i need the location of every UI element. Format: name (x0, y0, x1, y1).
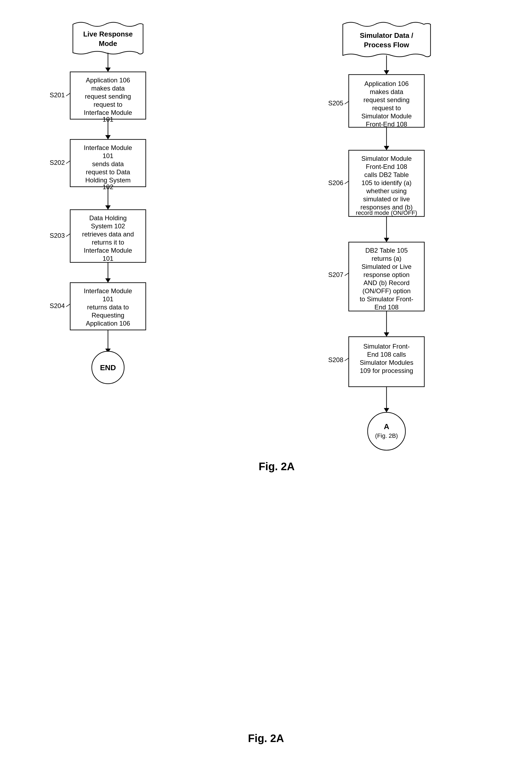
s206-text4: 105 to identify (a) (361, 179, 411, 186)
s204-text5: Application 106 (86, 320, 130, 327)
right-banner-text1: Simulator Data / (360, 31, 413, 39)
s203-text6: 101 (103, 255, 113, 262)
s203-text2: System 102 (91, 223, 125, 230)
arrow-head-1 (105, 67, 111, 72)
s207-text4: response option (364, 271, 410, 278)
s201-text5: Interface Module (84, 109, 132, 116)
s207-text5: AND (b) Record (364, 279, 410, 287)
s204-tick (66, 304, 70, 307)
s206-text2: Front-End 108 (366, 163, 407, 170)
s208-label: S208 (328, 356, 343, 363)
s208-text1: Simulator Front- (363, 343, 410, 350)
s202-tick (66, 161, 70, 163)
s208-text4: 109 for processing (360, 367, 413, 374)
s203-text3: retrieves data and (82, 231, 134, 238)
s206-text6: simulated or live (363, 196, 410, 203)
arrow-head-2 (105, 135, 111, 139)
terminal-a-circle (368, 412, 405, 450)
s207-text6: (ON/OFF) option (362, 287, 411, 295)
s204-text4: Requesting (92, 312, 124, 319)
s202-text3: sends data (92, 160, 124, 167)
s207-text8: End 108 (374, 304, 398, 311)
s204-text3: returns data to (87, 304, 129, 311)
terminal-a-text2: (Fig. 2B) (375, 432, 398, 439)
s203-text5: Interface Module (84, 247, 132, 254)
left-banner-text2: Mode (99, 39, 117, 48)
right-arrow-head-2 (384, 146, 389, 150)
s202-text5: Holding System (85, 176, 131, 184)
s206-text1: Simulator Module (361, 155, 412, 162)
s205-text4: request to (372, 104, 401, 112)
right-arrow-head-5 (384, 408, 389, 412)
s207-text7: to Simulator Front- (360, 295, 414, 303)
s201-tick (66, 93, 70, 96)
s205-label: S205 (328, 99, 343, 107)
figure-caption: Fig. 2A (11, 732, 521, 744)
s205-text3: request sending (364, 96, 410, 103)
s201-text2: makes data (91, 85, 125, 92)
s207-text2: returns (a) (372, 255, 402, 262)
s208-text2: End 108 calls (367, 351, 406, 358)
s206-tick (345, 181, 349, 184)
right-arrow-head-1 (384, 70, 389, 75)
s205-text2: makes data (370, 88, 404, 95)
s206-text8: record mode (ON/OFF) (356, 210, 417, 216)
terminal-a-text1: A (384, 422, 389, 431)
s205-tick (345, 101, 349, 104)
s207-tick (345, 273, 349, 276)
left-banner-shape (73, 22, 143, 54)
s202-text4: request to Data (86, 168, 130, 175)
arrow-head-3 (105, 206, 111, 210)
right-arrow-head-3 (384, 238, 389, 242)
s203-tick (66, 234, 70, 237)
s206-label: S206 (328, 179, 343, 186)
diagram-svg: Live Response Mode Application 106 makes… (11, 11, 532, 754)
s204-text1: Interface Module (84, 287, 132, 295)
s207-text3: Simulated or Live (361, 263, 411, 270)
s201-label: S201 (50, 91, 65, 99)
s203-text1: Data Holding (89, 214, 127, 222)
s206-text5: whether using (366, 187, 406, 195)
left-banner-text: Live Response (83, 30, 133, 38)
s205-text5: Simulator Module (361, 112, 412, 120)
right-arrow-head-4 (384, 332, 389, 337)
s201-text4: request to (94, 101, 123, 108)
right-banner-text2: Process Flow (364, 41, 409, 49)
s202-label: S202 (50, 159, 65, 166)
s206-text3: calls DB2 Table (364, 171, 409, 178)
s204-label: S204 (50, 302, 65, 309)
s205-text1: Application 106 (364, 80, 409, 87)
figure-label: Fig. 2A (259, 460, 294, 472)
s201-text3: request sending (85, 93, 131, 100)
right-banner-shape (343, 22, 431, 57)
s201-text: Application 106 (86, 76, 130, 84)
s205-text6: Front-End 108 (366, 120, 407, 128)
s203-text4: returns it to (92, 239, 124, 246)
s203-label: S203 (50, 232, 65, 239)
s207-text1: DB2 Table 105 (365, 247, 408, 254)
s207-label: S207 (328, 271, 343, 278)
arrow-head-4 (105, 278, 111, 283)
s208-tick (345, 358, 349, 361)
page: Live Response Mode Application 106 makes… (0, 0, 532, 775)
s202-text2: 101 (103, 152, 113, 159)
s202-text1: Interface Module (84, 144, 132, 151)
s204-text2: 101 (103, 295, 113, 303)
end-text: END (100, 363, 116, 372)
s208-text3: Simulator Modules (360, 359, 414, 366)
